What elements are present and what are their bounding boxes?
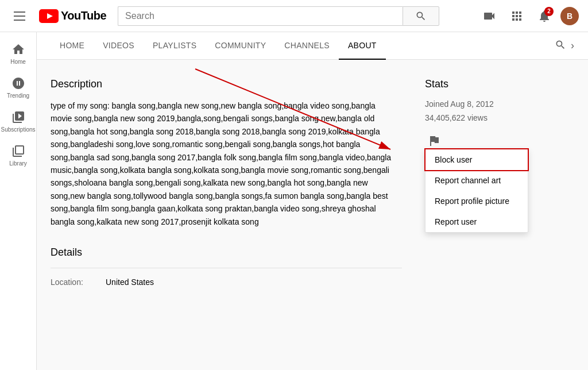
trending-icon xyxy=(11,76,25,90)
dropdown-menu: Block user Report channel art Report pro… xyxy=(425,149,528,233)
details-title: Details xyxy=(51,246,402,259)
notifications-button[interactable]: 2 xyxy=(533,5,556,28)
header-left: YouTube xyxy=(9,7,106,25)
notification-count: 2 xyxy=(544,7,554,16)
flag-icon xyxy=(427,134,441,148)
library-icon xyxy=(11,144,25,158)
tab-videos[interactable]: VIDEOS xyxy=(94,32,144,60)
search-bar xyxy=(118,6,439,26)
tab-search-button[interactable] xyxy=(555,39,566,52)
tab-channels[interactable]: CHANNELS xyxy=(275,32,339,60)
sidebar-item-library[interactable]: Library xyxy=(0,138,36,172)
tab-home[interactable]: HOME xyxy=(51,32,94,60)
about-main: Description type of my song: bangla song… xyxy=(51,78,402,287)
tab-community[interactable]: COMMUNITY xyxy=(206,32,275,60)
sidebar: Home Trending Subscriptions Library xyxy=(0,32,37,305)
upload-icon xyxy=(482,9,496,23)
about-side: Stats Joined Aug 8, 2012 34,405,622 view… xyxy=(425,78,574,287)
stats-title: Stats xyxy=(425,78,574,90)
about-content: Description type of my song: bangla song… xyxy=(37,60,588,305)
main-content: HOME VIDEOS PLAYLISTS COMMUNITY CHANNELS… xyxy=(37,32,588,305)
apps-button[interactable] xyxy=(505,5,528,28)
avatar[interactable]: B xyxy=(560,7,579,25)
upload-button[interactable] xyxy=(478,5,501,28)
report-user-item[interactable]: Report user xyxy=(425,211,528,232)
stat-views: 34,405,622 views xyxy=(425,113,574,122)
flag-container: Block user Report channel art Report pro… xyxy=(425,132,574,153)
tab-playlists[interactable]: PLAYLISTS xyxy=(144,32,206,60)
report-channel-art-item[interactable]: Report channel art xyxy=(425,170,528,191)
youtube-logo[interactable]: YouTube xyxy=(39,9,106,23)
apps-icon xyxy=(510,9,524,23)
sidebar-item-subscriptions[interactable]: Subscriptions xyxy=(0,105,36,138)
location-value: United States xyxy=(106,278,154,287)
sidebar-item-subscriptions-label: Subscriptions xyxy=(1,126,35,133)
sidebar-item-library-label: Library xyxy=(9,160,27,167)
report-profile-picture-item[interactable]: Report profile picture xyxy=(425,191,528,211)
sidebar-item-trending-label: Trending xyxy=(7,92,29,99)
header: YouTube 2 B xyxy=(0,0,588,32)
description-title: Description xyxy=(51,78,402,90)
tab-about[interactable]: ABOUT xyxy=(339,32,386,60)
details-section: Details Location: United States xyxy=(51,246,402,287)
tab-chevron-icon[interactable]: › xyxy=(571,40,574,52)
block-user-item[interactable]: Block user xyxy=(425,149,528,170)
stat-joined: Joined Aug 8, 2012 xyxy=(425,99,574,109)
subscriptions-icon xyxy=(11,110,25,124)
youtube-wordmark: YouTube xyxy=(61,9,106,22)
tab-search-icon xyxy=(555,39,566,51)
search-icon xyxy=(415,10,427,22)
description-text: type of my song: bangla song,bangla new … xyxy=(51,99,395,228)
location-label: Location: xyxy=(51,278,96,287)
home-icon xyxy=(11,43,25,56)
header-right: 2 B xyxy=(478,5,579,28)
sidebar-item-trending[interactable]: Trending xyxy=(0,71,36,105)
details-divider xyxy=(51,268,402,268)
sidebar-item-home-label: Home xyxy=(10,59,26,65)
location-row: Location: United States xyxy=(51,278,402,287)
sidebar-item-home[interactable]: Home xyxy=(0,37,36,71)
youtube-icon xyxy=(39,9,59,23)
hamburger-menu[interactable] xyxy=(9,7,30,25)
search-button[interactable] xyxy=(403,6,439,26)
search-input[interactable] xyxy=(118,6,403,26)
channel-tabs: HOME VIDEOS PLAYLISTS COMMUNITY CHANNELS… xyxy=(37,32,588,60)
